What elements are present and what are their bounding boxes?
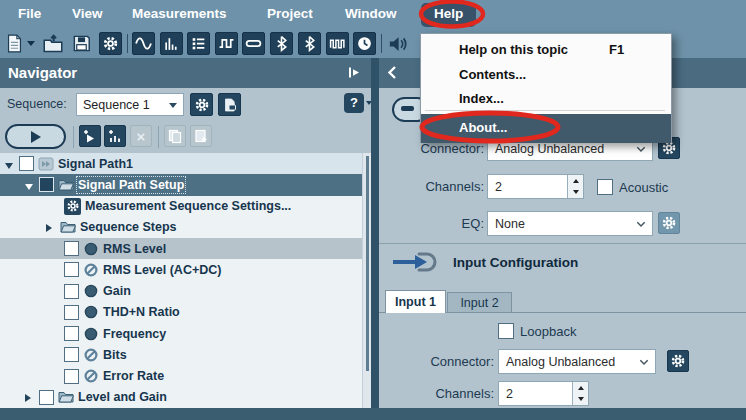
input-channels-stepper[interactable]: 2 bbox=[498, 381, 589, 406]
new-project-button[interactable] bbox=[3, 32, 26, 55]
input-connector-settings-button[interactable] bbox=[667, 350, 689, 372]
menu-help[interactable]: Help bbox=[421, 3, 476, 27]
run-sequence-button[interactable] bbox=[5, 124, 66, 149]
digital-io-button[interactable] bbox=[326, 32, 349, 55]
panel-divider[interactable] bbox=[371, 58, 379, 420]
tree-item-gain[interactable]: Gain bbox=[0, 281, 362, 302]
checkbox[interactable] bbox=[64, 369, 79, 384]
eq-settings-button[interactable] bbox=[658, 212, 680, 234]
menu-separator bbox=[425, 110, 665, 111]
tree-item-sequence-steps[interactable]: Sequence Steps bbox=[0, 217, 362, 238]
gear-icon bbox=[670, 353, 686, 369]
new-project-icon bbox=[5, 34, 24, 53]
checkbox-checked[interactable] bbox=[39, 177, 54, 192]
chevron-down-icon bbox=[636, 146, 646, 153]
digital-signal-icon bbox=[329, 35, 346, 52]
new-project-dropdown-icon[interactable] bbox=[27, 41, 35, 46]
checkbox[interactable] bbox=[64, 284, 79, 299]
stepper-down-button[interactable] bbox=[568, 187, 583, 199]
checkbox[interactable] bbox=[64, 305, 79, 320]
sequence-select[interactable]: Sequence 1 bbox=[76, 93, 184, 116]
menu-window[interactable]: Window bbox=[345, 6, 397, 21]
settings-button[interactable] bbox=[99, 32, 122, 55]
measurement-circle-icon bbox=[83, 326, 99, 342]
open-project-icon bbox=[43, 34, 63, 54]
navigator-toolbar: × bbox=[0, 122, 371, 153]
expander-down-icon[interactable] bbox=[5, 155, 15, 173]
tab-input-1[interactable]: Input 1 bbox=[385, 290, 446, 313]
input-connector-select[interactable]: Analog Unbalanced bbox=[498, 349, 656, 374]
analyzer-button[interactable] bbox=[160, 32, 183, 55]
checkbox[interactable] bbox=[64, 326, 79, 341]
tree-item-bits[interactable]: Bits bbox=[0, 344, 362, 365]
window-bottom-edge bbox=[0, 408, 746, 420]
checkbox[interactable] bbox=[64, 241, 79, 256]
tree-item-level-and-gain[interactable]: Level and Gain bbox=[0, 387, 362, 408]
clock-button[interactable] bbox=[353, 32, 376, 55]
channels-label: Channels: bbox=[394, 179, 484, 194]
tab-input-2[interactable]: Input 2 bbox=[447, 292, 512, 313]
tree-item-signal-path-setup[interactable]: Signal Path Setup bbox=[0, 174, 362, 195]
checkbox[interactable] bbox=[64, 347, 79, 362]
paste-icon bbox=[193, 128, 209, 144]
menu-measurements[interactable]: Measurements bbox=[132, 6, 227, 21]
tree-scrollbar[interactable] bbox=[362, 153, 371, 408]
menu-bar: File View Measurements Project Window He… bbox=[0, 0, 746, 30]
output-channels-stepper[interactable]: 2 bbox=[487, 174, 584, 199]
tree-item-measurement-sequence-settings[interactable]: Measurement Sequence Settings... bbox=[0, 196, 362, 217]
tree-item-rms-level-ac-dc[interactable]: RMS Level (AC+DC) bbox=[0, 259, 362, 280]
save-project-button[interactable] bbox=[70, 32, 93, 55]
apx500-window: File View Measurements Project Window He… bbox=[0, 0, 746, 420]
expander-right-icon[interactable] bbox=[46, 218, 56, 236]
help-badge-button[interactable] bbox=[344, 93, 364, 113]
monitor-button[interactable] bbox=[386, 32, 409, 55]
delete-button[interactable]: × bbox=[130, 125, 152, 147]
checkbox[interactable] bbox=[39, 390, 54, 405]
spectrum-bars-icon bbox=[163, 35, 180, 52]
menu-item-contents[interactable]: Contents... bbox=[421, 62, 671, 87]
checkbox[interactable] bbox=[19, 156, 34, 171]
clock-icon bbox=[356, 35, 373, 52]
menu-item-about[interactable]: About... bbox=[421, 114, 671, 143]
menu-project[interactable]: Project bbox=[267, 6, 313, 21]
tree-item-signal-path1[interactable]: Signal Path1 bbox=[0, 153, 362, 174]
arrow-up-icon bbox=[573, 179, 579, 183]
checkbox[interactable] bbox=[64, 262, 79, 277]
input-configuration-title: Input Configuration bbox=[453, 255, 578, 270]
sequence-settings-button[interactable] bbox=[190, 93, 213, 116]
signal-generator-button[interactable] bbox=[132, 32, 155, 55]
menu-item-help-on-this-topic[interactable]: Help on this topic F1 bbox=[421, 37, 671, 62]
paste-button[interactable] bbox=[190, 125, 212, 147]
menu-view[interactable]: View bbox=[72, 6, 103, 21]
tree-item-thd-n-ratio[interactable]: THD+N Ratio bbox=[0, 302, 362, 323]
tree-item-error-rate[interactable]: Error Rate bbox=[0, 366, 362, 387]
add-measurement-button[interactable] bbox=[104, 125, 126, 147]
tree-item-rms-level[interactable]: RMS Level bbox=[0, 238, 362, 259]
measurement-circle-icon bbox=[83, 283, 99, 299]
open-project-button[interactable] bbox=[41, 32, 64, 55]
square-wave-button[interactable] bbox=[215, 32, 238, 55]
stepper-down-button[interactable] bbox=[573, 394, 588, 406]
scrollbar-thumb[interactable] bbox=[366, 156, 369, 371]
bluetooth-button[interactable] bbox=[270, 32, 293, 55]
copy-button[interactable] bbox=[164, 125, 186, 147]
pin-panel-button[interactable] bbox=[347, 65, 361, 83]
sequence-lock-button[interactable] bbox=[218, 93, 241, 116]
menu-file[interactable]: File bbox=[18, 6, 41, 21]
bluetooth-alt-button[interactable] bbox=[298, 32, 321, 55]
device-button[interactable] bbox=[242, 32, 265, 55]
add-signal-path-button[interactable] bbox=[79, 125, 101, 147]
menu-item-index[interactable]: Index... bbox=[421, 86, 671, 111]
back-button[interactable] bbox=[387, 65, 397, 84]
loopback-checkbox[interactable] bbox=[498, 323, 514, 339]
expander-down-icon[interactable] bbox=[25, 176, 35, 194]
expander-right-icon[interactable] bbox=[25, 388, 35, 406]
sequence-label: Sequence: bbox=[7, 97, 67, 111]
connector-label: Connector: bbox=[394, 141, 484, 156]
sequence-list-button[interactable] bbox=[187, 32, 210, 55]
acoustic-checkbox[interactable] bbox=[597, 179, 613, 195]
eq-select[interactable]: None bbox=[487, 211, 653, 236]
gear-icon bbox=[661, 215, 677, 231]
tree-item-frequency[interactable]: Frequency bbox=[0, 323, 362, 344]
sequence-value: Sequence 1 bbox=[83, 98, 150, 112]
